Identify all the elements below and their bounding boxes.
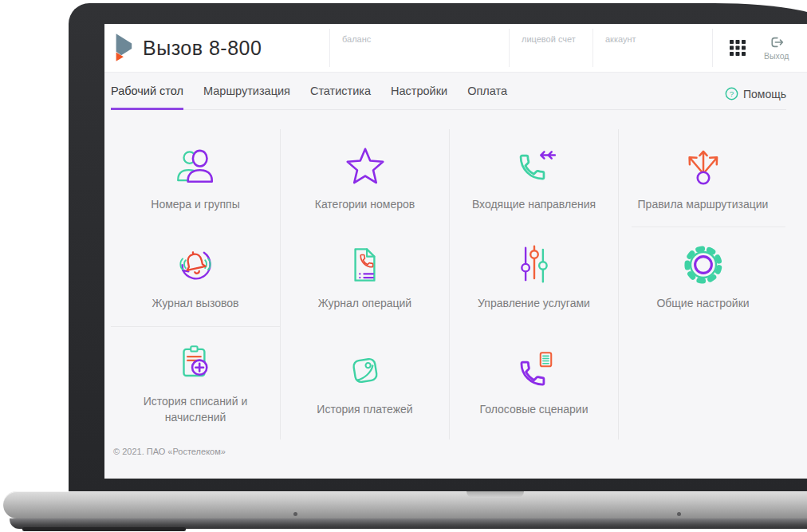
tile-voice-scenarios[interactable]: Голосовые сценарии [449,326,618,439]
sliders-icon [511,242,557,288]
app-header: Вызов 8-800 баланслицевой счетаккаунт [104,24,807,73]
tabs: Рабочий столМаршрутизацияСтатистикаНастр… [111,85,527,109]
tile-label: Входящие направления [472,197,596,213]
header-field-account: аккаунт [592,29,712,67]
tile-routing-rules[interactable]: Правила маршрутизации [618,129,787,227]
voice-script-icon [511,348,557,394]
tile-label: Журнал вызовов [152,296,238,312]
laptop-mockup: Вызов 8-800 баланслицевой счетаккаунт [0,0,807,532]
nav-tabs-row: Рабочий столМаршрутизацияСтатистикаНастр… [111,73,786,110]
header-field-label: лицевой счет [522,34,576,44]
header-field-label: аккаунт [605,34,636,44]
app-title: Вызов 8-800 [143,37,262,60]
tile-label: Правила маршрутизации [638,197,769,213]
help-icon: ? [725,87,738,100]
logout-label: Выход [764,51,789,61]
grid-divider [632,227,785,227]
header-field-balance: баланс [329,29,509,67]
header-field-personal-account: лицевой счет [509,29,592,67]
help-label: Помощь [743,88,786,100]
tile-calls-log[interactable]: Журнал вызовов [111,227,280,326]
tile-general-settings[interactable]: Общие настройки [618,227,787,326]
tile-label: История списаний и начислений [120,394,271,425]
laptop-base [3,491,807,518]
users-icon [172,143,218,189]
tile-label: Журнал операций [318,296,411,312]
laptop-base-screw [293,512,297,516]
tile-services-management[interactable]: Управление услугами [449,227,618,326]
incoming-call-icon [511,143,557,189]
tile-label: История платежей [317,402,412,418]
header-actions: Выход [712,29,807,67]
tile-label: Голосовые сценарии [480,402,589,418]
app-window: Вызов 8-800 баланслицевой счетаккаунт [104,24,807,479]
star-icon [342,143,388,189]
routing-arrows-icon [680,143,726,189]
tile-numbers-groups[interactable]: Номера и группы [111,129,280,227]
content-area: Рабочий столМаршрутизацияСтатистикаНастр… [104,73,807,479]
tab-payment[interactable]: Оплата [467,85,507,110]
empty-cell [618,326,787,439]
tile-label: Общие настройки [656,296,749,312]
rostelecom-logo-icon [112,33,134,63]
tab-routing[interactable]: Маршрутизация [203,85,290,110]
operations-journal-icon [342,242,388,288]
logout-icon [769,35,785,49]
laptop-base-screw [677,512,681,516]
grid-divider [111,326,280,327]
tile-charges-history[interactable]: История списаний и начислений [111,326,280,439]
gear-icon [680,242,726,288]
help-link[interactable]: ? Помощь [725,87,786,109]
copyright: © 2021. ПАО «Ростелеком» [113,447,786,456]
header-field-label: баланс [342,34,371,44]
svg-text:?: ? [730,89,734,98]
account-fields: баланслицевой счетаккаунт [329,29,712,67]
call-journal-icon [172,242,218,288]
tile-label: Номера и группы [151,197,239,213]
laptop-shadow [22,527,186,531]
tile-number-categories[interactable]: Категории номеров [280,129,449,227]
clipboard-plus-icon [172,340,218,386]
laptop-lid-notch [466,491,524,498]
logout-button[interactable]: Выход [764,35,789,61]
apps-grid-icon[interactable] [730,40,746,57]
tile-payments-history[interactable]: История платежей [280,326,449,439]
tile-incoming-directions[interactable]: Входящие направления [449,129,618,227]
tile-label: Категории номеров [315,197,415,213]
tab-settings[interactable]: Настройки [391,85,447,110]
dashboard-grid: Номера и группы Категории номеров Входящ… [111,129,787,439]
tab-statistics[interactable]: Статистика [310,85,371,110]
wallet-icon [342,348,388,394]
tab-desktop[interactable]: Рабочий стол [111,85,183,110]
tile-label: Управление услугами [478,296,590,312]
tile-operations-log[interactable]: Журнал операций [280,227,449,326]
